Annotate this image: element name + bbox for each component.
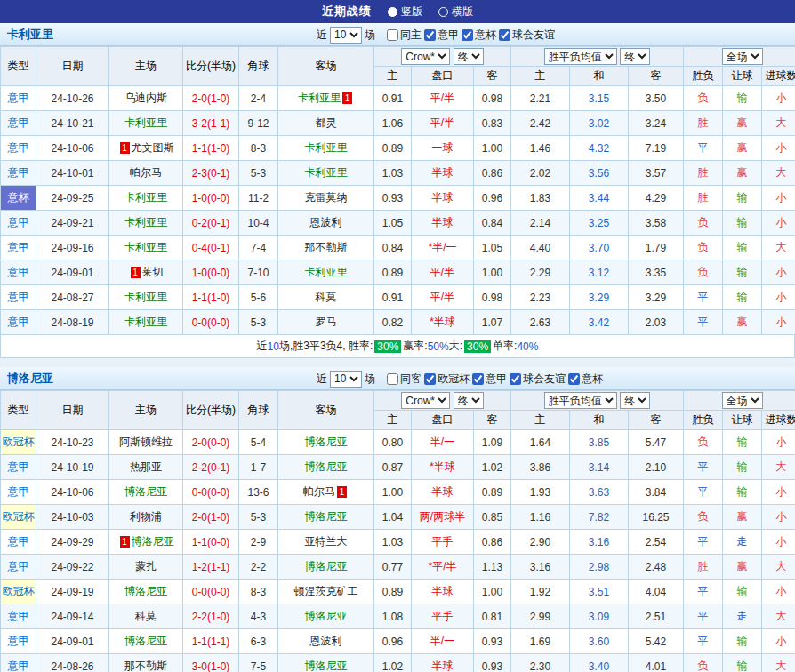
avg-away-cell: 2.51	[629, 604, 684, 629]
filter-checkbox-item[interactable]: 意甲	[471, 372, 507, 387]
filter-checkbox-item[interactable]: 同客	[386, 372, 422, 387]
away-team-cell: 那不勒斯	[278, 236, 374, 260]
score-cell: 1-0(0-0)	[183, 186, 239, 211]
odds-stage-select[interactable]: 终	[454, 48, 484, 65]
team-name[interactable]: 罗马	[316, 316, 337, 328]
team-name[interactable]: 那不勒斯	[124, 660, 167, 672]
match-row: 意甲24-10-01帕尔马2-3(0-1)5-3卡利亚里1.03半球0.862.…	[1, 161, 795, 186]
filter-checkbox[interactable]	[424, 373, 436, 385]
odds-away-cell: 1.02	[474, 455, 511, 480]
team-name[interactable]: 博洛尼亚	[124, 585, 167, 597]
page-title: 近期战绩	[322, 4, 372, 20]
filter-checkbox-item[interactable]: 球会友谊	[498, 28, 555, 43]
home-team-cell: 卡利亚里	[109, 211, 183, 236]
home-team-cell: 蒙扎	[109, 555, 183, 580]
team-name[interactable]: 卡利亚里	[305, 166, 348, 179]
team-name[interactable]: 卡利亚里	[124, 116, 167, 129]
team-name[interactable]: 帕尔马	[130, 166, 162, 179]
filter-checkbox-item[interactable]: 意杯	[461, 28, 496, 43]
avg-home-cell: 3.16	[511, 555, 570, 580]
team-name[interactable]: 博洛尼亚	[305, 660, 348, 672]
scope-select[interactable]: 全场	[722, 48, 763, 65]
team-name[interactable]: 恩波利	[310, 216, 342, 228]
team-name[interactable]: 尤文图斯	[132, 141, 174, 154]
team-name[interactable]: 莱切	[142, 266, 164, 278]
avg-draw-cell: 3.85	[570, 430, 629, 455]
filter-checkbox[interactable]	[387, 29, 398, 41]
team-name[interactable]: 卡利亚里	[298, 92, 341, 104]
team-name[interactable]: 博洛尼亚	[305, 460, 348, 473]
team-name[interactable]: 卡利亚里	[124, 191, 167, 204]
team-name[interactable]: 卡利亚里	[124, 316, 167, 328]
team-name[interactable]: 乌迪内斯	[124, 92, 167, 104]
col-odds-away: 客	[474, 411, 511, 430]
odds-stage-select[interactable]: 终	[454, 392, 484, 409]
match-count-select[interactable]: 10	[330, 371, 362, 388]
team-name[interactable]: 卡利亚里	[124, 241, 167, 253]
filter-checkbox-item[interactable]: 欧冠杯	[423, 372, 470, 387]
date-cell: 24-10-06	[36, 480, 109, 505]
avg-home-cell: 4.40	[511, 236, 570, 260]
corner-cell: 5-6	[239, 285, 278, 310]
team-name[interactable]: 博洛尼亚	[124, 635, 167, 647]
team-name[interactable]: 恩波利	[310, 635, 342, 647]
filter-checkbox[interactable]	[387, 373, 398, 385]
team-name[interactable]: 都灵	[316, 116, 337, 129]
team-name[interactable]: 阿斯顿维拉	[119, 436, 173, 448]
layout-radio-horizontal[interactable]: 横版	[438, 4, 473, 20]
filter-checkbox[interactable]	[499, 29, 510, 41]
team-name[interactable]: 利物浦	[130, 510, 162, 523]
team-name[interactable]: 蒙扎	[135, 560, 157, 572]
team-name[interactable]: 博洛尼亚	[305, 610, 348, 622]
filter-label: 意杯	[475, 28, 496, 43]
avg-home-cell: 2.29	[511, 260, 570, 285]
odds-home-cell: 0.80	[374, 430, 412, 455]
team-name[interactable]: 热那亚	[130, 460, 162, 473]
team-name[interactable]: 博洛尼亚	[305, 510, 348, 523]
result-overunder-cell: 小	[762, 86, 795, 111]
team-name[interactable]: 卡利亚里	[305, 141, 348, 154]
filter-checkbox[interactable]	[424, 29, 436, 41]
scope-select[interactable]: 全场	[722, 392, 763, 409]
filter-checkbox-item[interactable]: 意杯	[567, 372, 603, 387]
team-name-title[interactable]: 卡利亚里	[7, 27, 53, 43]
team-name[interactable]: 博洛尼亚	[124, 485, 167, 498]
team-name[interactable]: 克雷莫纳	[305, 191, 348, 204]
match-count-select[interactable]: 10	[330, 27, 362, 44]
odds-company-select[interactable]: Crow*	[401, 392, 450, 409]
team-name[interactable]: 科莫	[316, 291, 337, 303]
team-name[interactable]: 亚特兰大	[305, 535, 348, 548]
filter-checkbox-item[interactable]: 球会友谊	[509, 372, 566, 387]
avg-away-cell: 3.35	[629, 260, 684, 285]
filter-checkbox[interactable]	[462, 29, 473, 41]
team-name[interactable]: 科莫	[135, 610, 157, 622]
filter-checkbox[interactable]	[568, 373, 580, 385]
odds-company-select[interactable]: Crow*	[401, 48, 450, 65]
filter-checkbox[interactable]	[472, 373, 484, 385]
team-name[interactable]: 卡利亚里	[124, 216, 167, 228]
team-name[interactable]: 那不勒斯	[305, 241, 348, 253]
avg-home-cell: 2.99	[511, 604, 570, 629]
result-wdl-cell: 平	[684, 480, 723, 505]
filter-checkbox-item[interactable]: 同主	[386, 28, 422, 43]
team-name[interactable]: 卡利亚里	[124, 291, 167, 303]
avg-stage-select[interactable]: 终	[620, 48, 650, 65]
team-name[interactable]: 博洛尼亚	[305, 436, 348, 448]
filter-checkbox[interactable]	[510, 373, 521, 385]
avg-stage-select[interactable]: 终	[620, 392, 650, 409]
result-overunder-cell: 小	[762, 505, 795, 530]
team-name[interactable]: 顿涅茨克矿工	[294, 585, 358, 597]
col-handicap-result: 让球	[723, 411, 762, 430]
team-name[interactable]: 博洛尼亚	[132, 535, 174, 548]
handicap-cell: *半/一	[412, 236, 474, 260]
avg-type-select[interactable]: 胜平负均值	[544, 392, 617, 409]
avg-away-cell: 5.47	[629, 430, 684, 455]
avg-home-cell: 1.92	[511, 580, 570, 604]
filter-checkbox-item[interactable]: 意甲	[423, 28, 459, 43]
layout-radio-vertical[interactable]: 竖版	[388, 4, 422, 20]
team-name[interactable]: 博洛尼亚	[305, 560, 348, 572]
avg-type-select[interactable]: 胜平负均值	[544, 48, 617, 65]
team-name-title[interactable]: 博洛尼亚	[7, 371, 53, 387]
team-name[interactable]: 卡利亚里	[305, 266, 348, 278]
team-name[interactable]: 帕尔马	[303, 485, 335, 498]
